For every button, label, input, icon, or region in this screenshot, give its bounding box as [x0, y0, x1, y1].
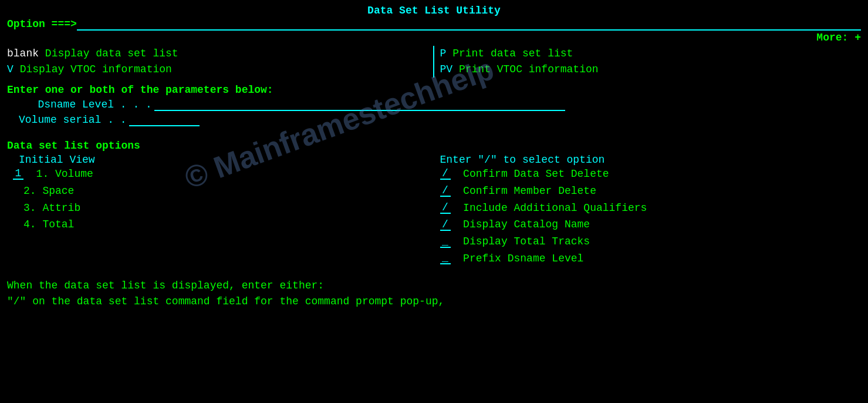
- initial-view-label: Initial View: [19, 154, 95, 166]
- view-item-1: 1. Volume: [13, 166, 434, 183]
- menu-item-v: V Display VTOC information: [7, 62, 427, 78]
- menu-key-pv: PV: [440, 63, 453, 75]
- view-label-2: 2. Space: [23, 183, 74, 200]
- slash-input-1[interactable]: [440, 168, 451, 180]
- menu-key-blank: blank: [7, 48, 39, 59]
- enter-slash-label: Enter "/" to select option: [440, 154, 605, 166]
- params-label: Enter one or both of the parameters belo…: [7, 82, 861, 98]
- bottom-line1: When the data set list is displayed, ent…: [7, 278, 861, 294]
- view-label-4: 4. Total: [23, 216, 74, 233]
- slash-item-4: Display Catalog Name: [440, 216, 862, 233]
- volume-label-text: Volume serial . .: [19, 114, 127, 126]
- bottom-line2: "/" on the data set list command field f…: [7, 294, 861, 310]
- menu-desc-p: Print data set list: [452, 48, 573, 59]
- slash-input-4[interactable]: [440, 219, 451, 231]
- options-left: Initial View 1. Volume 2. Space 3. Attri…: [7, 154, 434, 267]
- bottom-text: When the data set list is displayed, ent…: [7, 278, 861, 310]
- slash-input-5[interactable]: [440, 236, 451, 248]
- menu-desc-v: Display VTOC information: [20, 63, 172, 75]
- menu-right: P Print data set list PV Print VTOC info…: [434, 46, 862, 78]
- volume-field-line: Volume serial . .: [7, 113, 861, 126]
- slash-input-6[interactable]: [440, 253, 451, 264]
- dsname-label-text: Dsname Level . . .: [38, 99, 151, 110]
- more-label: More:: [816, 32, 848, 43]
- slash-item-1: Confirm Data Set Delete: [440, 166, 862, 183]
- menu-item-blank: blank Display data set list: [7, 46, 427, 62]
- slash-item-6: Prefix Dsname Level: [440, 250, 862, 267]
- dsname-label: [19, 99, 38, 110]
- terminal-screen: Data Set List Utility Option ===> More: …: [0, 0, 868, 403]
- menu-item-pv: PV Print VTOC information: [440, 62, 862, 78]
- menu-key-v: V: [7, 63, 13, 75]
- view-label-3: 3. Attrib: [23, 200, 80, 217]
- more-line: More: +: [7, 32, 861, 43]
- view-item-2: 2. Space: [23, 183, 434, 200]
- slash-item-2: Confirm Member Delete: [440, 183, 862, 200]
- option-input[interactable]: [77, 18, 861, 31]
- volume-input[interactable]: [129, 113, 200, 126]
- more-symbol: +: [855, 32, 861, 43]
- slash-label-6: Prefix Dsname Level: [451, 250, 584, 267]
- options-two-col: Initial View 1. Volume 2. Space 3. Attri…: [7, 154, 861, 267]
- slash-label-1: Confirm Data Set Delete: [451, 166, 609, 183]
- dsname-input[interactable]: [154, 98, 565, 111]
- options-section: Data set list options Initial View 1. Vo…: [7, 138, 861, 267]
- options-label: Data set list options: [7, 138, 861, 154]
- menu-area: blank Display data set list V Display VT…: [7, 46, 861, 78]
- slash-label-4: Display Catalog Name: [451, 216, 590, 233]
- option-line: Option ===>: [7, 18, 861, 31]
- view-item-4: 4. Total: [23, 216, 434, 233]
- slash-item-5: Display Total Tracks: [440, 233, 862, 250]
- slash-input-3[interactable]: [440, 202, 451, 214]
- slash-label-3: Include Additional Qualifiers: [451, 200, 647, 217]
- menu-key-p: P: [440, 48, 447, 59]
- dsname-field-line: Dsname Level . . .: [7, 98, 861, 111]
- option-label: Option ===>: [7, 18, 77, 30]
- initial-view-input[interactable]: [13, 168, 23, 180]
- menu-desc-blank: Display data set list: [45, 48, 178, 59]
- slash-label-2: Confirm Member Delete: [451, 183, 596, 200]
- page-title: Data Set List Utility: [7, 5, 861, 16]
- slash-label-5: Display Total Tracks: [451, 233, 590, 250]
- menu-left: blank Display data set list V Display VT…: [7, 46, 434, 78]
- slash-item-3: Include Additional Qualifiers: [440, 200, 862, 217]
- view-item-3: 3. Attrib: [23, 200, 434, 217]
- view-label-1: 1. Volume: [23, 166, 93, 183]
- menu-item-p: P Print data set list: [440, 46, 862, 62]
- menu-desc-pv: Print VTOC information: [459, 63, 599, 75]
- slash-input-2[interactable]: [440, 185, 451, 197]
- options-right: Enter "/" to select option Confirm Data …: [434, 154, 862, 267]
